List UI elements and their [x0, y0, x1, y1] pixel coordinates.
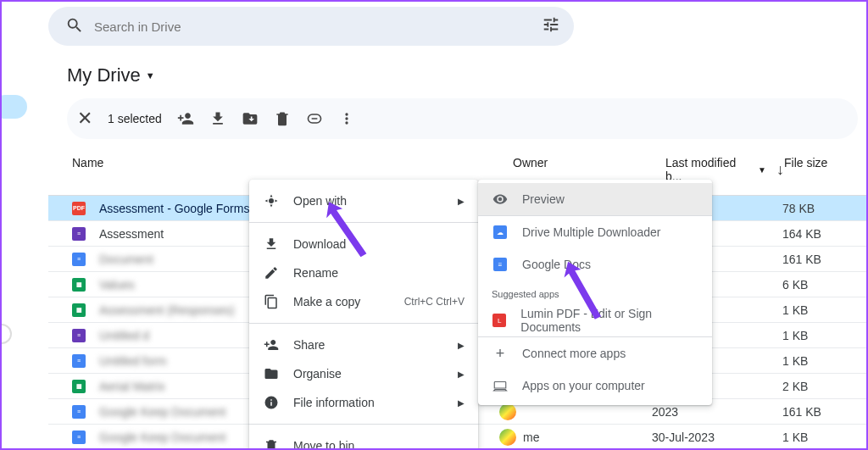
search-icon [65, 16, 86, 36]
sheets-icon: ▦ [72, 380, 86, 393]
download-icon[interactable] [209, 110, 226, 127]
avatar [499, 429, 516, 446]
sort-arrow-icon: ↓ [776, 161, 784, 179]
sheets-icon: ▦ [72, 278, 86, 292]
share-user-icon[interactable] [177, 110, 194, 127]
download-icon [263, 236, 280, 252]
submenu-preview[interactable]: Preview [478, 183, 712, 215]
breadcrumb[interactable]: My Drive ▼ [48, 49, 866, 98]
size-label: 2 KB [782, 380, 842, 393]
menu-move-to-bin[interactable]: Move to bin [249, 431, 478, 450]
copy-icon [263, 294, 280, 309]
size-label: 1 KB [782, 329, 842, 342]
chevron-down-icon: ▼ [758, 165, 766, 175]
file-name: Assessment [99, 227, 164, 241]
trash-icon [263, 438, 280, 450]
forms-icon: ≡ [72, 329, 86, 342]
page-title: My Drive [67, 64, 141, 86]
pdf-icon: PDF [72, 202, 86, 215]
folder-icon [263, 366, 280, 381]
forms-icon: ≡ [72, 227, 86, 241]
lumin-icon: L [492, 314, 507, 327]
chevron-down-icon: ▼ [146, 70, 155, 81]
file-name: Google Keep Document [99, 405, 225, 419]
size-label: 1 KB [782, 303, 842, 317]
submenu-drive-downloader[interactable]: ☁ Drive Multiple Downloader [478, 216, 712, 248]
avatar [499, 403, 516, 420]
docs-icon: ≡ [72, 405, 86, 419]
size-label: 1 KB [782, 354, 842, 368]
docs-icon: ≡ [72, 431, 86, 444]
plus-icon: + [492, 345, 509, 363]
docs-icon: ≡ [72, 354, 86, 368]
move-icon[interactable] [242, 110, 259, 127]
col-size[interactable]: File size [784, 156, 843, 183]
google-docs-icon: ≡ [492, 258, 509, 271]
selection-count: 1 selected [108, 112, 162, 125]
file-name: Assessment - Google Forms.pdf [99, 202, 270, 215]
size-label: 78 KB [782, 202, 842, 215]
size-label: 164 KB [782, 227, 842, 241]
owner-label: me [523, 431, 539, 444]
search-input[interactable] [94, 19, 542, 34]
laptop-icon [492, 378, 509, 393]
close-icon[interactable]: ✕ [77, 108, 92, 130]
pencil-icon [263, 265, 280, 281]
size-label: 161 KB [782, 253, 842, 266]
cloud-download-icon: ☁ [492, 225, 509, 239]
trash-icon[interactable] [274, 110, 291, 127]
open-with-icon [263, 193, 280, 208]
file-name: Google Keep Document [99, 431, 225, 444]
submenu-arrow-icon: ▶ [458, 341, 465, 350]
modified-label: 2023 [652, 405, 782, 419]
file-name: Document [99, 253, 153, 266]
file-name: Untitled form [99, 354, 166, 368]
link-icon[interactable] [306, 110, 323, 127]
modified-label: 30-Jul-2023 [652, 431, 782, 444]
docs-icon: ≡ [72, 253, 86, 266]
menu-file-info[interactable]: File information ▶ [249, 388, 478, 417]
submenu-arrow-icon: ▶ [458, 197, 465, 206]
info-icon [263, 395, 280, 410]
size-label: 161 KB [782, 405, 842, 419]
size-label: 6 KB [782, 278, 842, 292]
search-bar[interactable] [48, 7, 574, 46]
file-name: Assessment (Responses) [99, 303, 235, 317]
submenu-arrow-icon: ▶ [458, 398, 465, 408]
file-name: Aerial Matrix [99, 380, 165, 393]
submenu-apps-on-computer[interactable]: Apps on your computer [478, 369, 712, 402]
tune-icon[interactable] [542, 15, 560, 37]
menu-organise[interactable]: Organise ▶ [249, 359, 478, 388]
share-icon [263, 337, 280, 353]
menu-share[interactable]: Share ▶ [249, 331, 478, 359]
submenu-arrow-icon: ▶ [458, 369, 465, 379]
file-name: Untitled d [99, 329, 149, 342]
selection-toolbar: ✕ 1 selected [67, 98, 858, 139]
size-label: 1 KB [782, 431, 842, 444]
sheets-icon: ▦ [72, 303, 86, 317]
eye-icon [492, 192, 509, 207]
left-pill-fragment [0, 95, 27, 119]
menu-make-copy[interactable]: Make a copy Ctrl+C Ctrl+V [249, 287, 478, 316]
file-name: Values [99, 278, 135, 292]
submenu-connect-more[interactable]: + Connect more apps [478, 337, 712, 369]
more-icon[interactable] [338, 110, 355, 127]
